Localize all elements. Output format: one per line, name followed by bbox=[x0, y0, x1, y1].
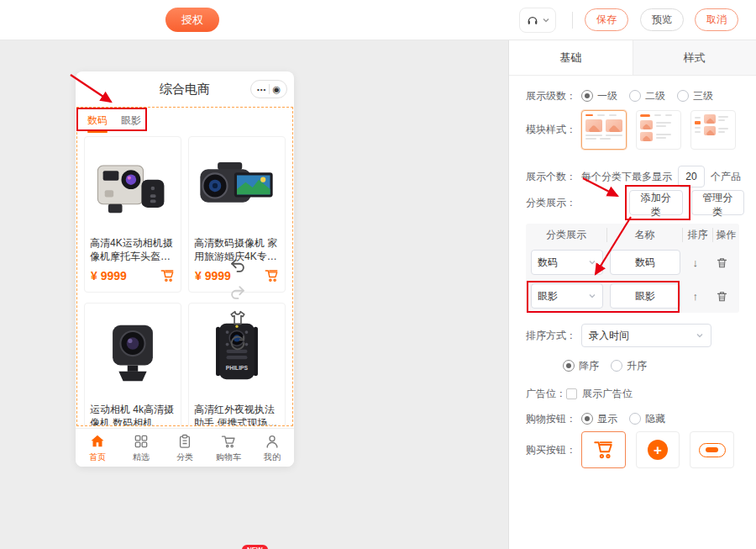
tabbar-item-featured[interactable]: 精选 bbox=[119, 433, 163, 463]
radio-descending[interactable] bbox=[563, 360, 575, 372]
col-header-name: 名称 bbox=[606, 228, 682, 242]
buy-button-row: 购买按钮： + bbox=[526, 430, 744, 469]
module-style-option-1[interactable] bbox=[581, 110, 627, 150]
tabbar-item-category[interactable]: 分类 bbox=[163, 433, 207, 463]
tabbar-item-mine[interactable]: 我的 bbox=[250, 433, 294, 463]
module-style-row: 模块样式： bbox=[526, 109, 744, 150]
add-to-cart-icon[interactable] bbox=[264, 268, 279, 283]
radio-descending-label[interactable]: 降序 bbox=[579, 359, 599, 373]
topbar: 授权 保存 预览 取消 bbox=[0, 0, 756, 40]
category-select[interactable]: 眼影 bbox=[531, 283, 603, 309]
module-style-label: 模块样式： bbox=[526, 123, 581, 137]
ad-slot-checkbox[interactable] bbox=[566, 388, 577, 399]
plus-circle-icon: + bbox=[648, 440, 668, 460]
save-button[interactable]: 保存 bbox=[585, 8, 628, 31]
move-up-arrow[interactable]: ↑ bbox=[680, 290, 711, 303]
display-level-label: 展示级数： bbox=[526, 89, 581, 103]
col-header-category: 分类展示 bbox=[526, 228, 606, 242]
add-category-button[interactable]: 添加分类 bbox=[629, 190, 683, 215]
support-dropdown[interactable] bbox=[519, 8, 556, 33]
manage-category-button[interactable]: 管理分类 bbox=[691, 190, 745, 215]
design-canvas: 综合电商 ••• ◉ 数码 眼影 bbox=[0, 40, 508, 549]
trash-icon[interactable] bbox=[716, 290, 728, 303]
radio-level-2-label[interactable]: 二级 bbox=[645, 89, 665, 103]
radio-ascending-label[interactable]: 升序 bbox=[627, 359, 647, 373]
chevron-down-icon bbox=[696, 331, 704, 340]
radio-ascending[interactable] bbox=[611, 360, 622, 372]
radio-hide-label[interactable]: 隐藏 bbox=[645, 412, 665, 426]
buy-style-pill[interactable] bbox=[690, 431, 734, 468]
category-tab-digital[interactable]: 数码 bbox=[87, 108, 108, 133]
category-name-input[interactable] bbox=[610, 283, 680, 309]
buy-style-cart[interactable] bbox=[581, 431, 626, 468]
product-grid: 高清4K运动相机摄像机摩托车头盔潜水下浮... ¥ 9999 bbox=[77, 133, 292, 426]
product-title: 高清红外夜视执法助手 便携式现场记录仪 bbox=[189, 403, 285, 426]
pill-button-icon bbox=[699, 443, 726, 457]
sort-method-label: 排序方式： bbox=[526, 329, 581, 343]
user-icon bbox=[264, 433, 281, 450]
cart-icon bbox=[220, 433, 237, 450]
add-to-cart-icon[interactable] bbox=[160, 268, 175, 283]
tabbar-label: 分类 bbox=[176, 451, 193, 463]
trash-icon[interactable] bbox=[716, 256, 728, 269]
close-target-icon[interactable]: ◉ bbox=[272, 85, 281, 94]
category-name-input[interactable] bbox=[610, 250, 680, 275]
tabbar-label: 精选 bbox=[133, 451, 150, 463]
move-down-arrow[interactable]: ↓ bbox=[680, 256, 711, 269]
tab-basic[interactable]: 基础 bbox=[509, 40, 633, 75]
display-level-row: 展示级数： 一级 二级 三级 bbox=[526, 87, 744, 104]
product-title: 高清4K运动相机摄像机摩托车头盔潜水下浮... bbox=[85, 236, 181, 263]
tabbar-item-cart[interactable]: 购物车 bbox=[207, 433, 250, 463]
tabbar-item-home[interactable]: 首页 bbox=[76, 433, 119, 463]
module-style-option-2[interactable] bbox=[636, 110, 681, 150]
preview-button[interactable]: 预览 bbox=[640, 8, 684, 31]
phone-preview: 综合电商 ••• ◉ 数码 眼影 bbox=[76, 71, 294, 467]
radio-hide[interactable] bbox=[629, 413, 641, 425]
radio-level-2[interactable] bbox=[629, 90, 641, 102]
panel-tabs: 基础 样式 bbox=[509, 40, 756, 76]
radio-level-3[interactable] bbox=[677, 90, 689, 102]
tab-style[interactable]: 样式 bbox=[633, 40, 756, 75]
shop-button-row: 购物按钮： 显示 隐藏 bbox=[526, 410, 744, 427]
more-icon[interactable]: ••• bbox=[257, 86, 266, 93]
phone-header: 综合电商 ••• ◉ bbox=[76, 71, 294, 107]
radio-show-label[interactable]: 显示 bbox=[597, 412, 617, 426]
store-title: 综合电商 bbox=[160, 82, 210, 98]
shop-button-label: 购物按钮： bbox=[526, 412, 581, 426]
editor-window: 授权 保存 预览 取消 综合电商 ••• ◉ bbox=[0, 0, 756, 549]
buy-style-plus[interactable]: + bbox=[636, 431, 680, 468]
radio-level-3-label[interactable]: 三级 bbox=[693, 89, 713, 103]
tabbar-label: 首页 bbox=[89, 451, 106, 463]
module-style-option-3[interactable] bbox=[690, 110, 736, 150]
reset-refresh-icon[interactable] bbox=[228, 334, 247, 352]
category-select[interactable]: 数码 bbox=[531, 250, 603, 275]
undo-icon[interactable] bbox=[228, 256, 247, 275]
product-title: 运动相机 4k高清摄像机 数码相机 bbox=[85, 403, 181, 426]
product-card[interactable]: 运动相机 4k高清摄像机 数码相机 bbox=[84, 303, 181, 426]
miniprogram-capsule[interactable]: ••• ◉ bbox=[250, 80, 287, 98]
cart-icon bbox=[592, 439, 614, 461]
grid-icon bbox=[133, 433, 150, 450]
chevron-down-icon bbox=[588, 258, 596, 267]
module-style-options bbox=[581, 110, 736, 150]
sort-method-value: 录入时间 bbox=[589, 329, 629, 343]
cancel-button[interactable]: 取消 bbox=[695, 8, 738, 31]
display-count-prefix: 每个分类下最多显示 bbox=[581, 170, 672, 184]
sort-method-select[interactable]: 录入时间 bbox=[581, 324, 711, 347]
category-tab-eyeshadow[interactable]: 眼影 bbox=[121, 108, 141, 133]
category-module[interactable]: 数码 眼影 bbox=[76, 107, 293, 426]
product-card[interactable]: 高清4K运动相机摄像机摩托车头盔潜水下浮... ¥ 9999 bbox=[84, 136, 181, 293]
authorize-button[interactable]: 授权 bbox=[165, 8, 219, 32]
display-count-input[interactable] bbox=[678, 166, 705, 187]
radio-show[interactable] bbox=[581, 413, 593, 425]
display-count-suffix: 个产品 bbox=[711, 170, 741, 184]
tabbar-label: 我的 bbox=[264, 451, 281, 463]
category-select-value: 眼影 bbox=[538, 289, 558, 304]
theme-shirt-icon[interactable] bbox=[228, 309, 247, 327]
ad-slot-checkbox-label[interactable]: 展示广告位 bbox=[582, 387, 633, 401]
radio-level-1-label[interactable]: 一级 bbox=[597, 89, 617, 103]
sort-method-row: 排序方式： 录入时间 bbox=[526, 324, 744, 347]
display-count-row: 展示个数： 每个分类下最多显示 个产品 bbox=[526, 165, 744, 188]
product-image bbox=[85, 304, 181, 403]
radio-level-1[interactable] bbox=[581, 90, 593, 102]
